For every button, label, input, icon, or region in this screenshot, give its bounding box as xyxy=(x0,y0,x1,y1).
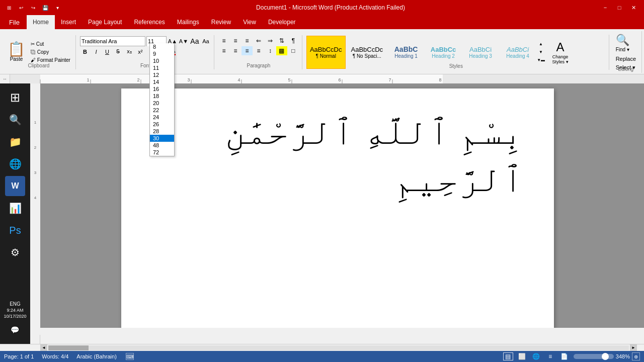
settings-icon[interactable]: ⚙ xyxy=(5,242,25,262)
show-hide-btn[interactable]: ¶ xyxy=(288,36,299,45)
minimize-btn[interactable]: − xyxy=(599,3,612,13)
styles-label: Styles xyxy=(303,63,609,69)
underline-button[interactable]: U xyxy=(102,47,112,56)
align-right-btn[interactable]: ≡ xyxy=(242,46,253,55)
tab-home[interactable]: Home xyxy=(27,15,55,29)
font-name-input[interactable] xyxy=(80,36,145,46)
full-screen-btn[interactable]: ⬜ xyxy=(517,352,527,360)
font-size-12[interactable]: 12 xyxy=(150,71,174,78)
outline-btn[interactable]: ≡ xyxy=(545,352,555,360)
numbering-btn[interactable]: ≡ xyxy=(230,36,241,45)
justify-btn[interactable]: ≡ xyxy=(253,46,264,55)
cut-button[interactable]: ✂ Cut xyxy=(29,40,72,48)
style-h1-label: Heading 1 xyxy=(394,53,418,59)
print-layout-btn[interactable]: ▤ xyxy=(503,352,513,360)
font-case-btn[interactable]: Aa xyxy=(201,37,211,46)
hscroll-right-btn[interactable]: ► xyxy=(630,344,637,351)
word-icon[interactable]: W xyxy=(5,176,25,196)
ruler-corner[interactable]: ↔ xyxy=(0,74,10,83)
font-size-16[interactable]: 16 xyxy=(150,85,174,93)
style-h3-label: Heading 3 xyxy=(469,53,492,59)
increase-indent-btn[interactable]: ⇒ xyxy=(265,36,276,45)
style-no-spacing-label: ¶ No Spaci... xyxy=(353,53,381,59)
copy-button[interactable]: ⿻ Copy xyxy=(29,48,72,56)
hscroll-thumb[interactable] xyxy=(48,345,89,350)
tab-review[interactable]: Review xyxy=(205,15,237,29)
horizontal-scrollbar[interactable]: ◄ ► xyxy=(40,344,637,351)
sort-btn[interactable]: ⇅ xyxy=(276,36,287,45)
hscroll-left-btn[interactable]: ◄ xyxy=(40,344,47,351)
language-icon[interactable]: ⌨ xyxy=(126,353,134,360)
align-center-btn[interactable]: ≡ xyxy=(230,46,241,55)
font-size-24[interactable]: 24 xyxy=(150,114,174,121)
font-size-18[interactable]: 18 xyxy=(150,93,174,100)
styles-down-arrow[interactable]: ▼ xyxy=(537,49,544,56)
superscript-btn[interactable]: x² xyxy=(135,47,145,56)
document-area: 1 2 3 4 بِسْمِ ٱللَّهِ ٱلرَّحْمَٰنِ ٱلرَ… xyxy=(30,83,644,344)
font-size-10[interactable]: 10 xyxy=(150,57,174,64)
tab-references[interactable]: References xyxy=(128,15,171,29)
save-btn[interactable]: 💾 xyxy=(40,3,50,13)
font-size-9[interactable]: 9 xyxy=(150,50,174,57)
line-spacing-btn[interactable]: ↕ xyxy=(265,46,276,55)
multilevel-list-btn[interactable]: ≡ xyxy=(242,36,253,45)
paste-button[interactable]: 📋 Paste xyxy=(5,41,28,63)
start-button[interactable]: ⊞ xyxy=(5,87,25,108)
words-status: Words: 4/4 xyxy=(42,353,68,359)
close-btn[interactable]: ✕ xyxy=(627,3,640,13)
search-taskbar-icon[interactable]: 🔍 xyxy=(5,110,25,130)
subscript-btn[interactable]: x₂ xyxy=(124,47,134,56)
draft-btn[interactable]: 📄 xyxy=(559,352,570,360)
styles-more-btn[interactable]: ▼▬ xyxy=(537,57,544,64)
font-size-11[interactable]: 11 xyxy=(150,64,174,71)
tab-view[interactable]: View xyxy=(237,15,262,29)
paste-label: Paste xyxy=(10,56,23,62)
undo-btn[interactable]: ↩ xyxy=(16,3,26,13)
tab-insert[interactable]: Insert xyxy=(55,15,82,29)
change-styles-btn[interactable]: A ChangeStyles ▾ xyxy=(546,39,574,66)
font-size-20[interactable]: 20 xyxy=(150,100,174,107)
zoom-control: 348% ⊕ xyxy=(574,352,640,360)
font-size-down-btn[interactable]: A▼ xyxy=(179,37,189,46)
svg-text:2: 2 xyxy=(137,77,139,82)
font-size-14[interactable]: 14 xyxy=(150,78,174,85)
zoom-btn[interactable]: ⊕ xyxy=(632,352,640,360)
ps-icon[interactable]: Ps xyxy=(5,220,25,240)
find-btn[interactable]: 🔍 Find ▾ xyxy=(613,32,632,54)
edge-icon[interactable]: 🌐 xyxy=(5,154,25,174)
maximize-btn[interactable]: □ xyxy=(613,3,626,13)
strikethrough-button[interactable]: S̶ xyxy=(113,47,123,56)
font-size-28[interactable]: 28 xyxy=(150,128,174,135)
decrease-indent-btn[interactable]: ⇐ xyxy=(253,36,264,45)
web-layout-btn[interactable]: 🌐 xyxy=(531,352,541,360)
zoom-thumb[interactable] xyxy=(602,353,609,360)
styles-up-arrow[interactable]: ▲ xyxy=(537,41,544,48)
shading-btn[interactable]: ▩ xyxy=(276,46,287,55)
tab-page-layout[interactable]: Page Layout xyxy=(82,15,128,29)
windows-icon[interactable]: ⊞ xyxy=(4,3,14,13)
align-left-btn[interactable]: ≡ xyxy=(218,46,229,55)
font-size-48[interactable]: 48 xyxy=(150,142,174,149)
document-content[interactable]: بِسْمِ ٱللَّهِ ٱلرَّحْمَٰنِ ٱلرَّحِيمِ xyxy=(151,109,524,203)
notification-icon[interactable]: 💬 xyxy=(5,320,25,340)
tab-mailings[interactable]: Mailings xyxy=(171,15,205,29)
italic-button[interactable]: I xyxy=(91,47,101,56)
font-size-22[interactable]: 22 xyxy=(150,107,174,114)
redo-btn[interactable]: ↪ xyxy=(28,3,38,13)
file-explorer-icon[interactable]: 📁 xyxy=(5,132,25,152)
tab-developer[interactable]: Developer xyxy=(262,15,302,29)
file-menu-btn[interactable]: File xyxy=(2,15,27,29)
excel-icon[interactable]: 📊 xyxy=(5,198,25,218)
bold-button[interactable]: B xyxy=(80,47,90,56)
bullets-btn[interactable]: ≡ xyxy=(218,36,229,45)
zoom-slider[interactable] xyxy=(574,354,614,359)
border-btn[interactable]: □ xyxy=(288,46,299,55)
font-size-72[interactable]: 72 xyxy=(150,149,174,156)
font-size-8[interactable]: 8 xyxy=(150,43,174,50)
document-scroll[interactable]: بِسْمِ ٱللَّهِ ٱلرَّحْمَٰنِ ٱلرَّحِيمِ xyxy=(30,83,644,328)
replace-btn[interactable]: Replace xyxy=(613,55,638,63)
font-size-30[interactable]: 30 xyxy=(150,135,174,142)
font-clear-btn[interactable]: Aa xyxy=(190,37,200,46)
customize-btn[interactable]: ▾ xyxy=(52,3,62,13)
font-size-26[interactable]: 26 xyxy=(150,121,174,128)
